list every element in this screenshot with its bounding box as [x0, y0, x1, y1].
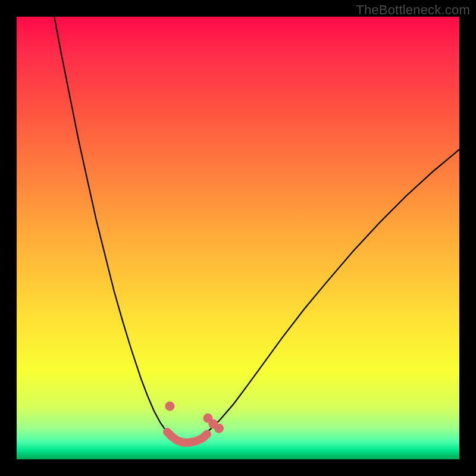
marker-dot	[214, 424, 224, 433]
curve-layer	[17, 17, 459, 459]
plot-area	[17, 17, 459, 459]
left-branch-curve	[54, 17, 170, 434]
valley-marker-dots	[165, 402, 224, 433]
right-branch-curve	[205, 149, 459, 434]
valley-thick-segment	[167, 432, 207, 443]
marker-dot	[165, 402, 174, 411]
chart-frame: TheBottleneck.com	[0, 0, 476, 476]
watermark-text: TheBottleneck.com	[356, 2, 470, 18]
